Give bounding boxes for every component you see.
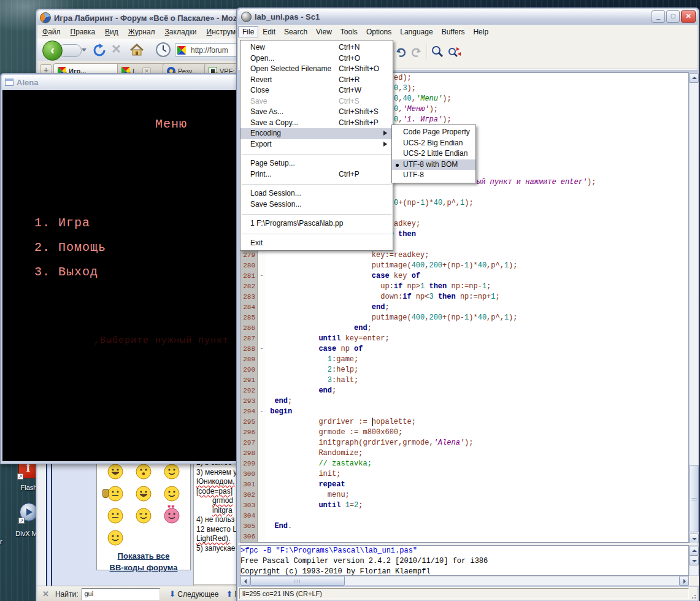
smiley-wink-icon[interactable] (136, 508, 152, 524)
file-menu-item-save[interactable]: SaveCtrl+S (240, 96, 393, 107)
code-line-294[interactable]: 294- begin (240, 407, 688, 417)
fold-minus-icon[interactable]: - (258, 407, 266, 417)
maximize-button[interactable]: □ (666, 10, 680, 23)
smiley-surprised-icon[interactable] (136, 464, 152, 480)
scroll-down-icon[interactable] (689, 556, 699, 565)
scite-menu-tools[interactable]: Tools (336, 26, 362, 37)
redo-icon[interactable] (410, 46, 422, 58)
file-menu-item-export[interactable]: Export (240, 139, 393, 150)
file-menu-item-load-session-[interactable]: Load Session... (240, 188, 393, 199)
scite-menu-view[interactable]: View (312, 26, 336, 37)
encoding-item-code-page-property[interactable]: Code Page Property (392, 127, 475, 138)
scroll-down-icon[interactable] (689, 534, 699, 543)
scite-menu-buffers[interactable]: Buffers (437, 26, 469, 37)
firefox-menu-Файл[interactable]: Файл (37, 26, 66, 37)
hscroll-thumb[interactable] (250, 576, 345, 586)
code-line-292[interactable]: 292 end; (240, 386, 688, 396)
find-prev-arrow-icon[interactable]: ⬆ (226, 589, 233, 599)
code-line-289[interactable]: 289 1:game; (240, 354, 688, 365)
back-button[interactable]: ‹ (42, 40, 63, 61)
code-line-306[interactable]: 306 (240, 532, 688, 542)
code-line-301[interactable]: 301 repeat (240, 480, 688, 490)
editor-vscroll-thumb[interactable] (689, 465, 699, 532)
code-line-291[interactable]: 291 3:halt; (240, 375, 688, 386)
code-line-287[interactable]: 287 until key=enter; (240, 334, 688, 344)
address-bar[interactable]: http://forum (175, 43, 240, 57)
file-menu-item-save-a-copy-[interactable]: Save a Copy...Ctrl+Shift+P (240, 118, 393, 129)
scite-menu-options[interactable]: Options (362, 26, 396, 37)
code-line-279[interactable]: 279 key:=readkey; (240, 250, 688, 261)
forum-bbcodes-link[interactable]: BB-коды форума (97, 563, 190, 572)
smiley-laugh-icon[interactable] (136, 486, 152, 502)
smiley-smile-icon[interactable] (164, 464, 180, 480)
code-line-281[interactable]: 281- case key of (240, 271, 688, 281)
show-all-bbcodes-link[interactable]: Показать все (97, 551, 190, 561)
file-menu-item-revert[interactable]: RevertCtrl+R (240, 75, 393, 86)
stop-icon[interactable]: ✕ (111, 42, 121, 56)
code-line-284[interactable]: 284 end; (240, 302, 688, 313)
code-line-288[interactable]: 288- case np of (240, 344, 688, 354)
close-findbar-icon[interactable]: ✕ (42, 589, 49, 599)
find-next-arrow-icon[interactable]: ⬇ (169, 589, 175, 599)
back-history-dropdown-icon[interactable] (82, 48, 87, 54)
output-hscrollbar[interactable] (240, 576, 689, 586)
editor-vscrollbar[interactable] (689, 72, 699, 543)
code-line-282[interactable]: 282 up:if np>1 then np:=np-1; (240, 281, 688, 292)
code-line-300[interactable]: 300 init; (240, 469, 688, 480)
code-line-304[interactable]: 304 (240, 511, 688, 521)
scroll-right-icon[interactable] (679, 576, 689, 586)
file-menu-item-open-[interactable]: Open...Ctrl+O (240, 53, 393, 64)
fold-minus-icon[interactable]: - (258, 271, 266, 281)
firefox-menu-Закладки[interactable]: Закладки (160, 26, 202, 37)
code-line-293[interactable]: 293 end; (240, 396, 688, 407)
scite-menu-language[interactable]: Language (396, 26, 437, 37)
smiley-love-icon[interactable]: ♥♥ (164, 508, 180, 524)
code-line-298[interactable]: 298 Randomize; (240, 448, 688, 459)
find-next-icon[interactable] (447, 45, 461, 58)
minimize-button[interactable]: _ (652, 10, 665, 23)
smiley-neutral-icon[interactable] (107, 508, 123, 524)
file-menu-item-1-f-programs-pascal-lab-pp[interactable]: 1 F:\Programs\Pascal\lab.pp (240, 218, 393, 229)
find-input[interactable]: gui (82, 588, 160, 600)
code-line-280[interactable]: 280 putimage(400,200+(np-1)*40,p^,1); (240, 261, 688, 271)
close-button[interactable]: ✕ (681, 10, 696, 23)
code-line-286[interactable]: 286 end; (240, 323, 688, 334)
file-menu-item-print-[interactable]: Print...Ctrl+P (240, 169, 393, 180)
encoding-item-ucs-2-little-endian[interactable]: UCS-2 Little Endian (392, 148, 475, 159)
find-next-button[interactable]: Следующее (177, 590, 218, 599)
scite-menu-search[interactable]: Search (280, 26, 312, 37)
code-line-297[interactable]: 297 initgraph(grdriver,grmode,'Alena'); (240, 438, 688, 448)
smiley-grin-icon[interactable] (107, 464, 123, 480)
encoding-item-utf-8[interactable]: UTF-8 (392, 170, 475, 181)
code-line-303[interactable]: 303 until 1=2; (240, 500, 688, 511)
code-line-290[interactable]: 290 2:help; (240, 365, 688, 375)
history-clock-icon[interactable] (155, 42, 171, 58)
alena-titlebar[interactable]: Alena (2, 75, 239, 90)
file-menu-item-exit[interactable]: Exit (240, 238, 393, 249)
file-menu-item-save-as-[interactable]: Save As...Ctrl+Shift+S (240, 107, 393, 118)
fold-minus-icon[interactable]: - (258, 344, 266, 354)
scroll-up-icon[interactable] (689, 73, 699, 83)
code-line-285[interactable]: 285 putimage(400,200+(np-1)*40,p^,1); (240, 313, 688, 323)
smiley-smile-icon[interactable] (107, 530, 123, 546)
encoding-item-ucs-2-big-endian[interactable]: UCS-2 Big Endian (392, 138, 475, 149)
scite-titlebar[interactable]: lab_uni.pas - Sc1 _ □ ✕ (238, 9, 698, 24)
output-pane[interactable]: >fpc -B "F:\Programs\Pascal\lab_uni.pas"… (240, 545, 689, 576)
code-line-299[interactable]: 299 // zastavka; (240, 459, 688, 469)
scite-menu-edit[interactable]: Edit (258, 26, 280, 37)
code-line-295[interactable]: 295 grdriver := nopalette; (240, 417, 688, 427)
firefox-menu-Вид[interactable]: Вид (100, 26, 123, 37)
refresh-icon[interactable] (93, 44, 106, 57)
firefox-titlebar[interactable]: Игра Лабиринт - Форум «Всё о Паскале» - … (37, 10, 240, 25)
code-line-283[interactable]: 283 down:if np<3 then np:=np+1; (240, 292, 688, 302)
file-menu-item-open-selected-filename[interactable]: Open Selected FilenameCtrl+Shift+O (240, 64, 393, 75)
resize-grip[interactable] (690, 593, 696, 599)
scite-menu-help[interactable]: Help (469, 26, 493, 37)
code-line-302[interactable]: 302 menu; (240, 490, 688, 500)
file-menu-item-save-session-[interactable]: Save Session... (240, 199, 393, 210)
file-menu-item-encoding[interactable]: Encoding (240, 128, 393, 139)
firefox-menu-Инструменты[interactable]: Инструменты (202, 26, 240, 37)
encoding-item-utf-8-with-bom[interactable]: UTF-8 with BOM (392, 159, 475, 170)
undo-icon[interactable] (395, 46, 407, 58)
home-icon[interactable] (129, 43, 144, 58)
